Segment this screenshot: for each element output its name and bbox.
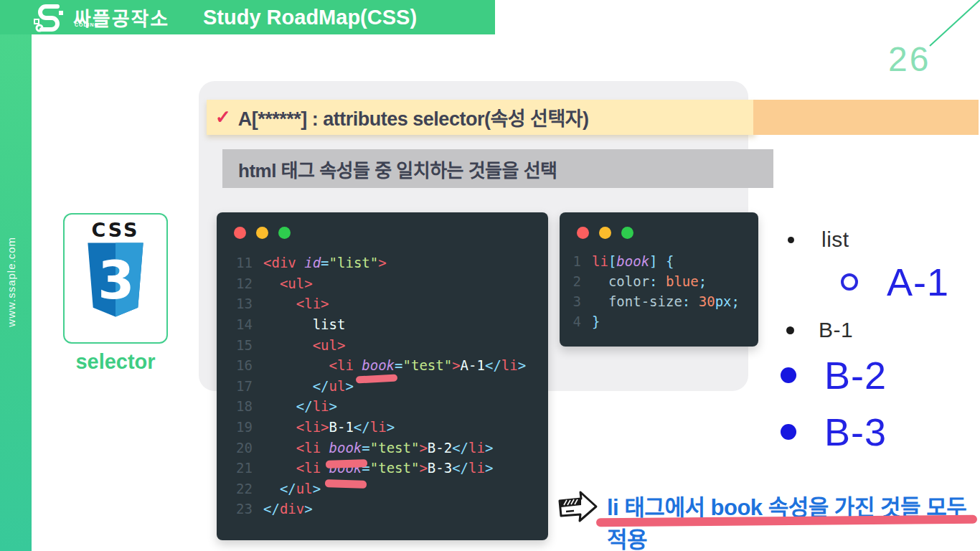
list-item-text: A-1: [887, 260, 949, 304]
line-number: 15: [217, 337, 263, 353]
window-close-icon: [577, 227, 589, 239]
bullet-disc-icon: [786, 326, 794, 334]
topic-callout-text: A[******] : attributes selector(속성 선택자): [238, 103, 589, 131]
code-line: 4}: [560, 311, 758, 331]
line-number: 1: [560, 253, 592, 269]
hand-drawn-arrow-icon: [555, 489, 600, 525]
brand-logo: 싸플공작소: [33, 2, 169, 32]
line-number: 18: [217, 398, 263, 414]
slide-title: Study RoadMap(CSS): [203, 6, 417, 29]
code-line: 20 <li book="test">B-2</li>: [217, 437, 548, 458]
bullet-disc-icon: [781, 424, 796, 440]
code-line: 12 <ul>: [217, 273, 548, 294]
topic-callout: ✓ A[******] : attributes selector(속성 선택자…: [207, 100, 755, 135]
list-item-text: B-2: [824, 353, 887, 397]
code-line: 14 list: [217, 314, 548, 335]
bullet-disc-icon: [788, 237, 794, 243]
window-minimize-icon: [256, 227, 268, 239]
line-number: 17: [217, 378, 263, 394]
list-item: list: [788, 227, 849, 252]
line-number: 23: [217, 501, 263, 517]
pen-underline-mark: [325, 479, 367, 489]
code-line: 1li[book] {: [560, 251, 758, 271]
line-number: 4: [560, 314, 592, 329]
code-line: 22 </ul>: [217, 479, 548, 499]
list-item: B-2: [781, 353, 887, 397]
check-icon: ✓: [215, 106, 231, 128]
code-line: 2 color: blue;: [560, 271, 758, 291]
css3-badge-top-label: CSS: [65, 219, 166, 241]
html-code-lines: 11<div id="list">12 <ul>13 <li>14 list15…: [217, 253, 548, 519]
code-line: 18 </li>: [217, 396, 548, 417]
code-line: 13 <li>: [217, 293, 548, 314]
list-item-text: list: [821, 227, 849, 252]
website-label: www.ssaple.com: [5, 237, 17, 327]
window-maximize-icon: [621, 227, 633, 239]
brand-coding-label: CODING: [75, 22, 99, 27]
page-number: 26: [888, 39, 930, 79]
list-item-text: B-3: [824, 410, 887, 454]
subtitle-text: html 태그 속성들 중 일치하는 것들을 선택: [238, 156, 557, 182]
svg-text:3: 3: [98, 250, 134, 311]
code-line: 3 font-size: 30px;: [560, 291, 758, 311]
line-number: 3: [560, 293, 592, 309]
line-number: 2: [560, 273, 592, 289]
window-maximize-icon: [278, 227, 291, 239]
list-item: A-1: [841, 260, 949, 304]
line-number: 21: [217, 460, 263, 476]
code-line: 11<div id="list">: [217, 253, 548, 273]
code-editor-css: 1li[book] {2 color: blue;3 font-size: 30…: [560, 212, 758, 347]
callout-extension-bar: [753, 100, 979, 135]
code-line: 23</div>: [217, 499, 548, 519]
code-line: 21 <li book="test">B-3</li>: [217, 458, 548, 479]
line-number: 19: [217, 419, 263, 435]
slide-canvas: www.ssaple.com 싸플공작소 CODING Study RoadMa…: [0, 0, 980, 551]
css-code-lines: 1li[book] {2 color: blue;3 font-size: 30…: [560, 251, 758, 331]
line-number: 16: [217, 357, 263, 373]
bullet-circle-icon: [841, 273, 858, 291]
bullet-disc-icon: [781, 367, 796, 383]
pen-underline-mark: [326, 459, 367, 468]
window-close-icon: [234, 227, 246, 239]
window-minimize-icon: [599, 227, 611, 239]
line-number: 20: [217, 440, 263, 456]
line-number: 13: [217, 296, 263, 311]
line-number: 22: [217, 481, 263, 496]
window-controls: [234, 227, 291, 239]
subtitle-box: html 태그 속성들 중 일치하는 것들을 선택: [222, 149, 773, 188]
code-line: 19 <li>B-1</li>: [217, 417, 548, 438]
badge-caption: selector: [63, 350, 168, 374]
line-number: 11: [217, 255, 263, 270]
line-number: 14: [217, 316, 263, 332]
css3-badge: CSS 3: [63, 213, 168, 344]
list-item: B-1: [786, 318, 853, 342]
code-line: 15 <ul>: [217, 334, 548, 355]
css3-shield-icon: 3: [83, 242, 149, 319]
brand-logo-icon: [33, 2, 66, 32]
list-item: B-3: [781, 410, 887, 454]
list-item-text: B-1: [819, 318, 853, 342]
corner-line-decoration: [925, 0, 980, 50]
code-line: 16 <li book="test">A-1</li>: [217, 355, 548, 376]
line-number: 12: [217, 276, 263, 291]
window-controls: [577, 227, 633, 239]
